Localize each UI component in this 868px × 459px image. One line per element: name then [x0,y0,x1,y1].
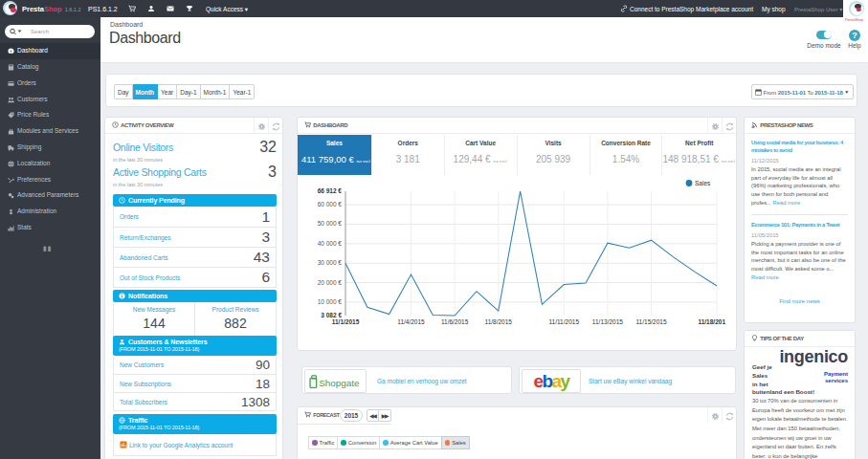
svg-text:60 000 €: 60 000 € [318,201,343,208]
svg-text:11/1/2015: 11/1/2015 [332,318,360,325]
svg-text:11/8/2015: 11/8/2015 [485,318,513,325]
svg-text:66 912 €: 66 912 € [318,187,343,194]
svg-text:20 000 €: 20 000 € [318,279,343,286]
svg-text:11/18/201: 11/18/201 [698,318,725,325]
svg-text:40 000 €: 40 000 € [318,240,343,247]
svg-text:30 000 €: 30 000 € [318,259,343,266]
svg-text:Shopgate: Shopgate [319,378,360,388]
svg-text:10 000 €: 10 000 € [318,298,343,305]
svg-text:11/11/2015: 11/11/2015 [548,318,579,325]
svg-text:11/6/2015: 11/6/2015 [441,318,469,325]
svg-text:11/13/2015: 11/13/2015 [592,318,623,325]
svg-text:Sales: Sales [695,180,711,186]
svg-text:50 000 €: 50 000 € [318,220,343,227]
svg-text:11/15/2015: 11/15/2015 [635,318,666,325]
svg-text:11/4/2015: 11/4/2015 [397,318,425,325]
